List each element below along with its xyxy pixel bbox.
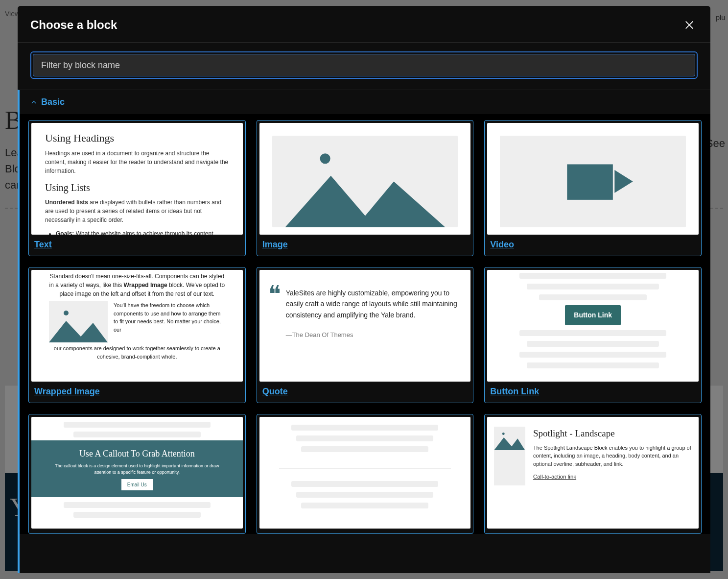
pv-quote-body: YaleSites are highly customizable, empow… [286,288,462,320]
skeleton-line [64,502,211,508]
block-card-image[interactable]: Image [257,120,474,256]
skeleton-line [527,341,659,347]
skeleton-line [73,512,201,518]
callout-body: The callout block is a design element us… [51,463,223,475]
preview-quote: ❝ YaleSites are highly customizable, emp… [259,270,471,382]
svg-point-4 [64,311,69,315]
preview-video [487,123,699,235]
search-focus-ring [30,51,698,79]
pv-wrapped-tail: our components are designed to work toge… [49,344,225,361]
preview-text: Using Headings Headings are used in a do… [31,123,243,235]
preview-spotlight: Spotlight - Landscape The Spotlight Land… [487,417,699,529]
svg-point-0 [320,153,330,164]
skeleton-line [527,284,659,290]
close-icon [684,20,695,30]
card-label-wrapped: Wrapped Image [31,382,243,398]
skeleton-line [291,425,438,431]
section-basic-body: Using Headings Headings are used in a do… [20,114,710,534]
modal-header: Choose a block [18,6,710,42]
svg-point-6 [502,433,505,435]
spotlight-body: The Spotlight Landscape Block enables yo… [533,444,693,468]
skeleton-line [519,330,666,336]
wrapped-thumb-icon [49,301,108,342]
pv-wrapped-lead: Standard doesn't mean one-size-fits-all.… [49,272,225,298]
skeleton-line [301,503,428,508]
svg-rect-2 [567,164,613,199]
block-card-spotlight-landscape[interactable]: Spotlight - Landscape The Spotlight Land… [484,414,702,534]
filter-input[interactable] [33,54,695,76]
pv-wrapped-side: You'll have the freedom to choose which … [114,301,225,334]
pv-text-p1: Headings are used in a document to organ… [45,149,229,175]
skeleton-line [539,294,647,300]
skeleton-line [527,362,659,368]
callout-title: Use A Callout To Grab Attention [51,447,223,460]
block-card-divider[interactable] [257,414,474,534]
skeleton-line [73,432,201,437]
callout-cta: Email Us [121,479,153,490]
skeleton-line [519,352,666,358]
card-label-buttonlink: Button Link [487,382,699,398]
spotlight-cta: Call-to-action link [533,473,576,481]
block-card-quote[interactable]: ❝ YaleSites are highly customizable, emp… [257,267,474,403]
card-label-video: Video [487,235,699,251]
block-card-video[interactable]: Video [484,120,702,256]
section-basic-toggle[interactable]: Basic [20,90,710,114]
skeleton-line [64,422,211,428]
svg-marker-3 [615,170,633,193]
preview-callout: Use A Callout To Grab Attention The call… [31,417,243,529]
pv-text-list: Goals: What the website aims to achieve … [45,229,229,235]
divider-line-icon [279,468,451,468]
pv-wrapped-row: You'll have the freedom to choose which … [49,301,225,342]
preview-image [259,123,471,235]
preview-button-link: Button Link [487,270,699,382]
chevron-up-icon [30,99,37,106]
spotlight-thumb-icon [494,427,525,485]
close-button[interactable] [681,17,698,33]
choose-block-modal: Choose a block Basic Using Headings Head… [18,6,710,573]
spotlight-title: Spotlight - Landscape [533,427,693,441]
pv-button: Button Link [565,305,621,325]
blocks-scroll[interactable]: Basic Using Headings Headings are used i… [18,90,710,573]
skeleton-line [291,481,438,487]
pv-text-h2: Using Lists [45,180,229,195]
block-card-text[interactable]: Using Headings Headings are used in a do… [28,120,246,256]
search-area [18,42,710,90]
svg-marker-7 [494,437,525,450]
preview-wrapped: Standard doesn't mean one-size-fits-all.… [31,270,243,382]
callout-hero: Use A Callout To Grab Attention The call… [31,440,243,497]
pv-quote-attr: —The Dean Of Themes [286,330,462,340]
skeleton-line [519,273,666,279]
video-placeholder-icon [500,136,686,227]
image-placeholder-icon [272,136,458,227]
skeleton-line [301,446,428,452]
preview-divider [259,417,471,529]
skeleton-line [296,492,433,498]
section-basic-label: Basic [41,97,65,107]
modal-title: Choose a block [30,18,117,32]
card-label-image: Image [259,235,471,251]
block-card-button-link[interactable]: Button Link Button Link [484,267,702,403]
card-label-quote: Quote [259,382,471,398]
quote-mark-icon: ❝ [268,288,281,382]
svg-marker-5 [49,321,108,342]
card-label-text: Text [31,235,243,251]
pv-text-p2: Unordered lists are displayed with bulle… [45,198,229,224]
block-card-wrapped-image[interactable]: Standard doesn't mean one-size-fits-all.… [28,267,246,403]
skeleton-line [296,435,433,441]
block-grid: Using Headings Headings are used in a do… [28,120,702,534]
svg-marker-1 [285,176,445,227]
block-card-callout[interactable]: Use A Callout To Grab Attention The call… [28,414,246,534]
pv-text-h1: Using Headings [45,130,229,146]
